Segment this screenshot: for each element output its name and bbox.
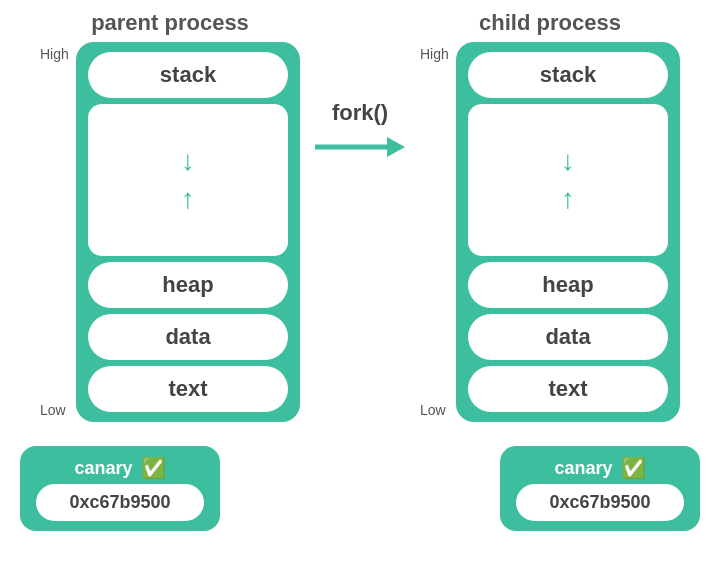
parent-heap-segment: heap	[88, 262, 288, 308]
child-canary-header: canary ✅	[554, 456, 645, 480]
child-arrow-down: ↓	[561, 147, 575, 175]
main-container: parent process High Low stack ↓ ↑ heap d…	[0, 0, 720, 432]
parent-process-title: parent process	[91, 10, 249, 36]
fork-label: fork()	[332, 100, 388, 126]
parent-arrow-area: ↓ ↑	[88, 104, 288, 256]
parent-arrow-up: ↑	[181, 185, 195, 213]
child-data-segment: data	[468, 314, 668, 360]
fork-arrow-area: fork()	[300, 100, 420, 162]
child-arrow-up: ↑	[561, 185, 575, 213]
parent-canary-value: 0xc67b9500	[36, 484, 204, 521]
parent-memory-box: stack ↓ ↑ heap data text	[76, 42, 300, 422]
child-high-label: High	[420, 46, 456, 62]
parent-high-label: High	[40, 46, 76, 62]
parent-low-label: Low	[40, 402, 76, 418]
parent-text-segment: text	[88, 366, 288, 412]
parent-data-segment: data	[88, 314, 288, 360]
child-stack-segment: stack	[468, 52, 668, 98]
child-heap-segment: heap	[468, 262, 668, 308]
child-process-title: child process	[479, 10, 621, 36]
parent-high-low-labels: High Low	[40, 42, 76, 422]
child-low-label: Low	[420, 402, 456, 418]
parent-arrow-down: ↓	[181, 147, 195, 175]
svg-marker-1	[387, 137, 405, 157]
parent-canary-icon: ✅	[141, 456, 166, 480]
child-canary-value: 0xc67b9500	[516, 484, 684, 521]
parent-process-column: parent process High Low stack ↓ ↑ heap d…	[40, 10, 300, 422]
parent-canary-header: canary ✅	[74, 456, 165, 480]
child-memory-box: stack ↓ ↑ heap data text	[456, 42, 680, 422]
child-canary-label: canary	[554, 458, 612, 479]
bottom-row: canary ✅ 0xc67b9500 canary ✅ 0xc67b9500	[20, 432, 700, 531]
fork-arrow	[315, 132, 405, 162]
child-high-low-labels: High Low	[420, 42, 456, 422]
parent-stack-segment: stack	[88, 52, 288, 98]
child-canary-icon: ✅	[621, 456, 646, 480]
parent-canary-label: canary	[74, 458, 132, 479]
child-process-column: child process High Low stack ↓ ↑ heap da…	[420, 10, 680, 422]
child-arrow-area: ↓ ↑	[468, 104, 668, 256]
parent-canary-box: canary ✅ 0xc67b9500	[20, 446, 220, 531]
child-text-segment: text	[468, 366, 668, 412]
child-canary-box: canary ✅ 0xc67b9500	[500, 446, 700, 531]
